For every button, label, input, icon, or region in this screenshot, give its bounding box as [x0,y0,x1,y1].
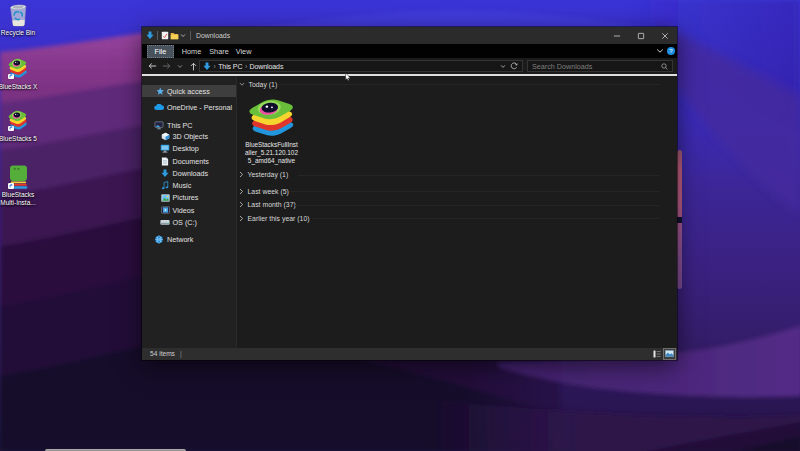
large-icons-view-button[interactable] [663,348,676,361]
desktop-icon-label: Recycle Bin [0,29,42,38]
file-explorer-window: Downloads File Home Share View ? [142,27,677,360]
file-name-line: 5_amd64_native [245,157,299,165]
desktop-icon-bluestacks-multi[interactable]: BlueStacks Multi-Insta... [0,165,42,208]
nav-item-documents[interactable]: Documents [142,155,236,168]
separator [190,31,191,40]
network-globe-icon [154,235,164,245]
group-header-label: Earlier this year (10) [248,215,310,222]
group-header-today[interactable]: Today (1) [239,79,277,89]
recycle-bin-icon [0,3,42,27]
drive-icon [160,218,170,228]
up-button[interactable] [186,62,200,71]
nav-item-os-c[interactable]: OS (C:) [142,216,236,229]
group-header-label: Last month (37) [248,201,296,208]
desktop-monitor-icon [160,144,170,154]
shortcut-arrow-icon [8,183,14,189]
desktop-icon-bluestacks-5[interactable]: BlueStacks 5 [0,109,42,144]
breadcrumb-chevron-icon: › [245,62,247,69]
recent-locations-chevron-icon[interactable] [174,64,186,69]
downloads-arrow-icon [160,168,170,178]
nav-item-music[interactable]: Music [142,179,236,192]
desktop-icon-label: BlueStacks 5 [0,135,42,144]
group-header-label: Last week (5) [248,188,289,195]
minimize-button[interactable] [605,27,629,44]
address-folder-icon [203,62,211,71]
expand-ribbon-chevron-icon[interactable] [656,48,664,54]
navigation-buttons [145,62,200,71]
maximize-button[interactable] [629,27,653,44]
title-bar[interactable]: Downloads [142,27,677,44]
desktop-icon-label: BlueStacks [0,191,42,200]
separator [157,31,158,40]
nav-item-label: Videos [173,206,195,215]
address-bar-controls [500,61,520,71]
quick-access-toolbar: Downloads [146,27,230,44]
chevron-right-icon[interactable] [239,215,244,222]
nav-item-3d-objects[interactable]: 3D Objects [142,130,236,143]
details-view-button[interactable] [650,348,663,361]
address-bar[interactable]: › This PC › Downloads [199,60,523,72]
nav-item-downloads[interactable]: Downloads [142,167,236,180]
nav-item-quick-access[interactable]: Quick access [142,85,236,98]
nav-item-label: Desktop [173,144,199,153]
nav-item-label: Music [173,181,192,190]
help-icon[interactable]: ? [667,47,675,55]
address-dropdown-chevron-icon[interactable] [500,64,506,69]
nav-item-label: OneDrive - Personal [167,103,232,112]
chevron-down-icon[interactable] [239,82,245,87]
close-button[interactable] [653,27,677,44]
navigation-pane: Quick access OneDrive - Personal This PC… [142,76,237,348]
mouse-cursor [345,72,352,83]
background-streak-notch [677,217,682,223]
back-button[interactable] [145,62,159,70]
desktop-icon-recycle-bin[interactable]: Recycle Bin [0,3,42,37]
breadcrumb-this-pc[interactable]: This PC [218,63,242,70]
qat-customize-chevron-icon[interactable] [180,33,186,38]
view-toggle-buttons [650,348,676,361]
menu-tab-share[interactable]: Share [204,45,233,58]
file-name-line: BlueStacksFullInst [245,141,299,149]
group-header-label: Yesterday (1) [248,171,289,178]
nav-item-videos[interactable]: Videos [142,204,236,217]
refresh-icon[interactable] [510,62,518,70]
chevron-right-icon[interactable] [239,188,244,195]
forward-button[interactable] [159,62,174,70]
nav-item-network[interactable]: Network [142,233,236,246]
menu-tab-view[interactable]: View [231,45,257,58]
status-separator: | [180,350,182,357]
search-icon[interactable] [661,63,668,70]
desktop-icon-bluestacks-x[interactable]: BlueStacks X [0,57,42,92]
group-header-label: Today (1) [249,81,278,88]
nav-item-label: Network [167,235,193,244]
chevron-right-icon[interactable] [239,171,244,178]
group-rule [295,205,661,206]
nav-item-label: Pictures [173,193,199,202]
group-rule [277,84,661,85]
nav-item-desktop[interactable]: Desktop [142,143,236,156]
group-rule [298,175,661,176]
quick-access-star-icon [155,86,165,96]
nav-item-label: This PC [167,121,193,130]
new-folder-icon[interactable] [170,32,179,40]
breadcrumb-downloads[interactable]: Downloads [250,63,284,70]
this-pc-icon [154,121,164,131]
bluestacks-multi-instance-icon [0,165,42,189]
group-header-last-month[interactable]: Last month (37) [239,200,296,210]
nav-item-label: 3D Objects [173,132,209,141]
search-box[interactable]: Search Downloads [527,60,673,72]
status-bar: 54 items | [142,348,677,361]
pictures-icon [160,193,170,203]
menu-tab-file[interactable]: File [147,45,174,58]
videos-icon [160,205,170,215]
properties-icon[interactable] [161,31,169,40]
desktop-icon-label2: Multi-Insta... [0,199,42,208]
group-header-yesterday[interactable]: Yesterday (1) [239,170,288,180]
file-item-bluestacks-installer[interactable]: BlueStacksFullInst aller_5.21.120.102 5_… [245,96,299,166]
nav-item-onedrive[interactable]: OneDrive - Personal [142,101,236,114]
navigation-toolbar: › This PC › Downloads Search Downloads [142,58,677,74]
menu-tab-home[interactable]: Home [177,45,206,58]
group-header-earlier-this-year[interactable]: Earlier this year (10) [239,213,310,223]
chevron-right-icon[interactable] [239,201,244,208]
nav-item-pictures[interactable]: Pictures [142,192,236,205]
group-header-last-week[interactable]: Last week (5) [239,186,289,196]
